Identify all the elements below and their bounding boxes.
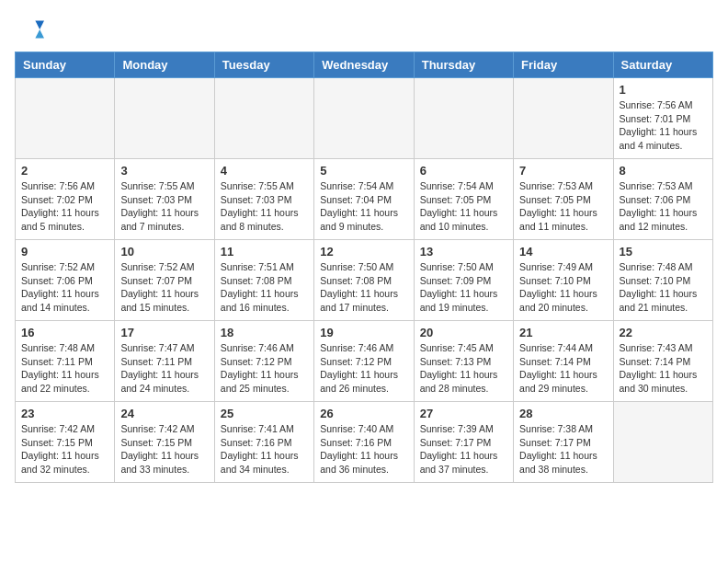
- day-info: Sunrise: 7:54 AMSunset: 7:05 PMDaylight:…: [420, 179, 507, 234]
- day-info: Sunrise: 7:42 AMSunset: 7:15 PMDaylight:…: [120, 422, 208, 477]
- day-number: 11: [221, 245, 308, 259]
- day-info: Sunrise: 7:53 AMSunset: 7:05 PMDaylight:…: [519, 179, 607, 234]
- calendar-day-cell: 2Sunrise: 7:56 AMSunset: 7:02 PMDaylight…: [16, 159, 115, 240]
- calendar-week-row: 2Sunrise: 7:56 AMSunset: 7:02 PMDaylight…: [16, 159, 713, 240]
- day-number: 1: [620, 83, 707, 97]
- calendar-week-row: 16Sunrise: 7:48 AMSunset: 7:11 PMDayligh…: [16, 321, 713, 402]
- calendar-day-cell: 27Sunrise: 7:39 AMSunset: 7:17 PMDayligh…: [414, 402, 513, 483]
- calendar-header: SundayMondayTuesdayWednesdayThursdayFrid…: [16, 52, 713, 78]
- calendar-week-row: 9Sunrise: 7:52 AMSunset: 7:06 PMDaylight…: [16, 240, 713, 321]
- weekday-header: Sunday: [16, 52, 115, 78]
- day-info: Sunrise: 7:52 AMSunset: 7:06 PMDaylight:…: [21, 260, 108, 315]
- day-number: 28: [519, 407, 607, 420]
- day-number: 17: [120, 326, 208, 339]
- calendar-day-cell: 11Sunrise: 7:51 AMSunset: 7:08 PMDayligh…: [214, 240, 313, 321]
- calendar-day-cell: 15Sunrise: 7:48 AMSunset: 7:10 PMDayligh…: [613, 240, 712, 321]
- day-info: Sunrise: 7:51 AMSunset: 7:08 PMDaylight:…: [221, 260, 308, 315]
- calendar-day-cell: 19Sunrise: 7:46 AMSunset: 7:12 PMDayligh…: [314, 321, 414, 402]
- calendar-day-cell: 4Sunrise: 7:55 AMSunset: 7:03 PMDaylight…: [214, 159, 313, 240]
- day-info: Sunrise: 7:45 AMSunset: 7:13 PMDaylight:…: [420, 341, 507, 396]
- day-number: 16: [21, 326, 108, 339]
- day-number: 22: [620, 326, 707, 339]
- weekday-header: Saturday: [613, 52, 712, 78]
- day-info: Sunrise: 7:50 AMSunset: 7:08 PMDaylight:…: [320, 260, 407, 315]
- calendar-day-cell: 8Sunrise: 7:53 AMSunset: 7:06 PMDaylight…: [613, 159, 712, 240]
- calendar-day-cell: 6Sunrise: 7:54 AMSunset: 7:05 PMDaylight…: [414, 159, 513, 240]
- day-number: 18: [221, 326, 308, 339]
- day-number: 19: [320, 326, 407, 339]
- day-info: Sunrise: 7:50 AMSunset: 7:09 PMDaylight:…: [420, 260, 507, 315]
- day-info: Sunrise: 7:40 AMSunset: 7:16 PMDaylight:…: [320, 422, 407, 477]
- calendar-day-cell: [16, 78, 115, 159]
- day-number: 26: [320, 407, 407, 420]
- day-info: Sunrise: 7:56 AMSunset: 7:02 PMDaylight:…: [21, 179, 108, 234]
- calendar-day-cell: 17Sunrise: 7:47 AMSunset: 7:11 PMDayligh…: [115, 321, 214, 402]
- day-number: 24: [120, 407, 208, 420]
- day-info: Sunrise: 7:39 AMSunset: 7:17 PMDaylight:…: [420, 422, 507, 477]
- day-info: Sunrise: 7:49 AMSunset: 7:10 PMDaylight:…: [519, 260, 607, 315]
- weekday-header: Monday: [115, 52, 214, 78]
- calendar-day-cell: 22Sunrise: 7:43 AMSunset: 7:14 PMDayligh…: [613, 321, 712, 402]
- day-number: 2: [21, 164, 108, 178]
- calendar-day-cell: 21Sunrise: 7:44 AMSunset: 7:14 PMDayligh…: [514, 321, 613, 402]
- day-info: Sunrise: 7:52 AMSunset: 7:07 PMDaylight:…: [120, 260, 208, 315]
- calendar-day-cell: 10Sunrise: 7:52 AMSunset: 7:07 PMDayligh…: [115, 240, 214, 321]
- day-info: Sunrise: 7:46 AMSunset: 7:12 PMDaylight:…: [320, 341, 407, 396]
- day-number: 14: [519, 245, 607, 259]
- day-info: Sunrise: 7:55 AMSunset: 7:03 PMDaylight:…: [120, 179, 208, 234]
- day-info: Sunrise: 7:48 AMSunset: 7:10 PMDaylight:…: [620, 260, 707, 315]
- calendar-day-cell: 14Sunrise: 7:49 AMSunset: 7:10 PMDayligh…: [514, 240, 613, 321]
- svg-marker-0: [35, 20, 44, 29]
- calendar-day-cell: 25Sunrise: 7:41 AMSunset: 7:16 PMDayligh…: [214, 402, 313, 483]
- calendar-day-cell: 7Sunrise: 7:53 AMSunset: 7:05 PMDaylight…: [514, 159, 613, 240]
- calendar-day-cell: 5Sunrise: 7:54 AMSunset: 7:04 PMDaylight…: [314, 159, 414, 240]
- page-header: [15, 15, 713, 44]
- calendar-day-cell: 1Sunrise: 7:56 AMSunset: 7:01 PMDaylight…: [613, 78, 712, 159]
- calendar-day-cell: 28Sunrise: 7:38 AMSunset: 7:17 PMDayligh…: [514, 402, 613, 483]
- day-number: 13: [420, 245, 507, 259]
- calendar-day-cell: [115, 78, 214, 159]
- day-number: 25: [221, 407, 308, 420]
- day-info: Sunrise: 7:38 AMSunset: 7:17 PMDaylight:…: [519, 422, 607, 477]
- calendar-week-row: 23Sunrise: 7:42 AMSunset: 7:15 PMDayligh…: [16, 402, 713, 483]
- day-info: Sunrise: 7:41 AMSunset: 7:16 PMDaylight:…: [221, 422, 308, 477]
- day-number: 5: [320, 164, 407, 178]
- day-number: 27: [420, 407, 507, 420]
- day-number: 3: [120, 164, 208, 178]
- day-info: Sunrise: 7:44 AMSunset: 7:14 PMDaylight:…: [519, 341, 607, 396]
- day-number: 10: [120, 245, 208, 259]
- day-info: Sunrise: 7:55 AMSunset: 7:03 PMDaylight:…: [221, 179, 308, 234]
- day-number: 6: [420, 164, 507, 178]
- calendar-day-cell: 18Sunrise: 7:46 AMSunset: 7:12 PMDayligh…: [214, 321, 313, 402]
- calendar-day-cell: 23Sunrise: 7:42 AMSunset: 7:15 PMDayligh…: [16, 402, 115, 483]
- weekday-header: Tuesday: [214, 52, 313, 78]
- weekday-row: SundayMondayTuesdayWednesdayThursdayFrid…: [16, 52, 713, 78]
- day-info: Sunrise: 7:53 AMSunset: 7:06 PMDaylight:…: [620, 179, 707, 234]
- calendar-day-cell: [214, 78, 313, 159]
- calendar-body: 1Sunrise: 7:56 AMSunset: 7:01 PMDaylight…: [16, 78, 713, 483]
- calendar-day-cell: 9Sunrise: 7:52 AMSunset: 7:06 PMDaylight…: [16, 240, 115, 321]
- calendar-day-cell: 26Sunrise: 7:40 AMSunset: 7:16 PMDayligh…: [314, 402, 414, 483]
- calendar-day-cell: [314, 78, 414, 159]
- day-info: Sunrise: 7:46 AMSunset: 7:12 PMDaylight:…: [221, 341, 308, 396]
- day-info: Sunrise: 7:54 AMSunset: 7:04 PMDaylight:…: [320, 179, 407, 234]
- logo: [15, 15, 48, 44]
- calendar-day-cell: 3Sunrise: 7:55 AMSunset: 7:03 PMDaylight…: [115, 159, 214, 240]
- day-number: 8: [620, 164, 707, 178]
- calendar-day-cell: 16Sunrise: 7:48 AMSunset: 7:11 PMDayligh…: [16, 321, 115, 402]
- day-number: 23: [21, 407, 108, 420]
- day-info: Sunrise: 7:47 AMSunset: 7:11 PMDaylight:…: [120, 341, 208, 396]
- calendar-day-cell: 12Sunrise: 7:50 AMSunset: 7:08 PMDayligh…: [314, 240, 414, 321]
- logo-icon: [15, 15, 44, 44]
- weekday-header: Friday: [514, 52, 613, 78]
- calendar-week-row: 1Sunrise: 7:56 AMSunset: 7:01 PMDaylight…: [16, 78, 713, 159]
- svg-marker-1: [35, 29, 44, 39]
- day-info: Sunrise: 7:56 AMSunset: 7:01 PMDaylight:…: [620, 98, 707, 153]
- calendar-day-cell: [613, 402, 712, 483]
- day-number: 15: [620, 245, 707, 259]
- day-number: 21: [519, 326, 607, 339]
- calendar-day-cell: [414, 78, 513, 159]
- calendar-day-cell: [514, 78, 613, 159]
- day-info: Sunrise: 7:42 AMSunset: 7:15 PMDaylight:…: [21, 422, 108, 477]
- calendar-table: SundayMondayTuesdayWednesdayThursdayFrid…: [15, 52, 713, 483]
